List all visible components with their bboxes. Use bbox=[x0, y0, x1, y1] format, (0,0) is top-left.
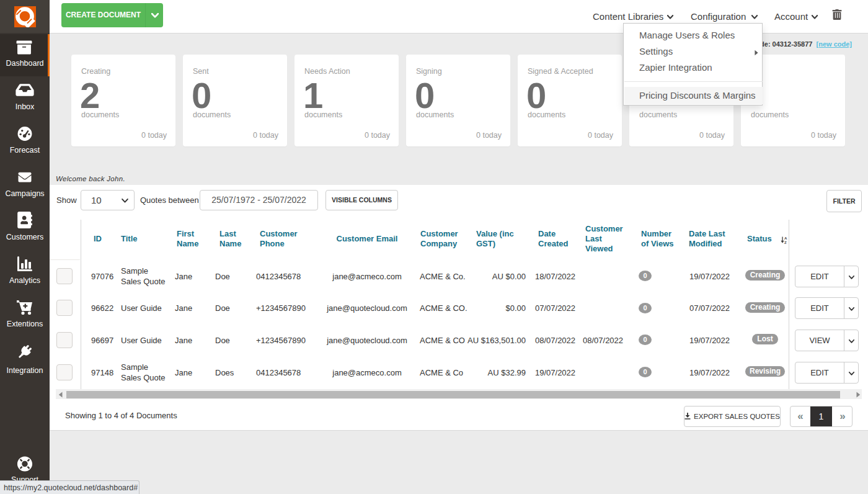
svg-text:Z: Z bbox=[784, 240, 787, 244]
